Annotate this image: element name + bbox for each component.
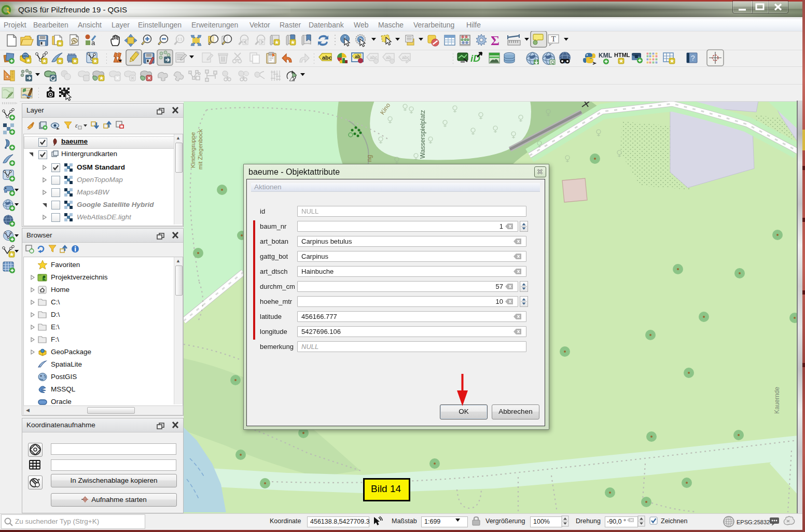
svg-text:KML: KML bbox=[599, 52, 612, 59]
svg-text:ng: ng bbox=[366, 155, 373, 162]
svg-text:HTML: HTML bbox=[614, 52, 630, 58]
svg-text:ab: ab bbox=[355, 54, 360, 59]
svg-text:Kauernde: Kauernde bbox=[773, 387, 781, 414]
svg-text:ε: ε bbox=[75, 122, 78, 129]
svg-text:T: T bbox=[551, 35, 556, 43]
svg-text:1:1: 1:1 bbox=[177, 37, 183, 41]
svg-text:Q: Q bbox=[551, 60, 554, 65]
svg-text:abc: abc bbox=[322, 54, 332, 61]
svg-text:Kindergruppe: Kindergruppe bbox=[190, 132, 196, 168]
svg-text:Σ: Σ bbox=[491, 33, 499, 48]
svg-text:a: a bbox=[91, 39, 95, 47]
svg-text:Wasserspielplatz: Wasserspielplatz bbox=[419, 110, 426, 159]
svg-text:mit Ziegenbock: mit Ziegenbock bbox=[197, 129, 203, 170]
svg-text:?: ? bbox=[691, 54, 695, 62]
